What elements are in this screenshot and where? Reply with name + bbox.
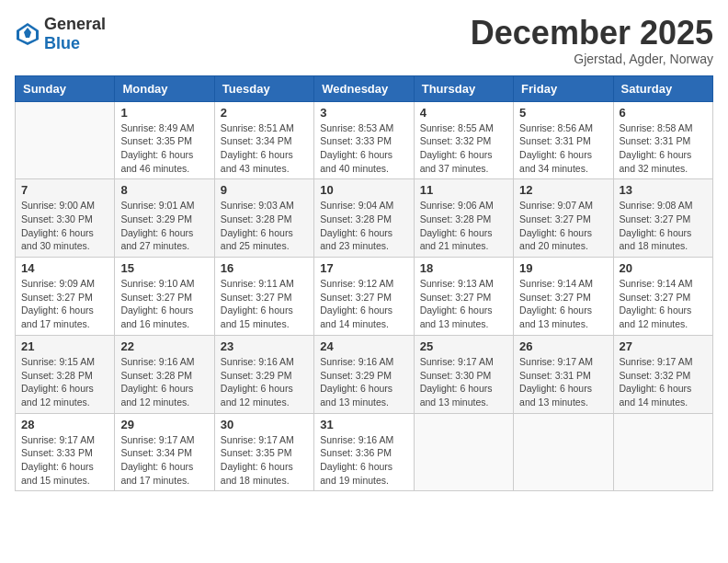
day-info: Sunrise: 9:17 AMSunset: 3:32 PMDaylight:… xyxy=(620,355,707,409)
day-info: Sunrise: 9:07 AMSunset: 3:27 PMDaylight:… xyxy=(519,199,607,253)
logo-icon xyxy=(15,21,40,47)
table-row: 18Sunrise: 9:13 AMSunset: 3:27 PMDayligh… xyxy=(414,258,513,336)
calendar-header-row: Sunday Monday Tuesday Wednesday Thursday… xyxy=(16,75,713,101)
day-number: 14 xyxy=(21,261,108,275)
col-tuesday: Tuesday xyxy=(214,75,313,101)
table-row: 4Sunrise: 8:55 AMSunset: 3:32 PMDaylight… xyxy=(414,101,513,179)
table-row: 22Sunrise: 9:16 AMSunset: 3:28 PMDayligh… xyxy=(115,335,214,413)
logo: General Blue xyxy=(15,15,106,53)
day-info: Sunrise: 8:58 AMSunset: 3:31 PMDaylight:… xyxy=(620,121,707,176)
logo-text: General Blue xyxy=(44,15,106,53)
day-info: Sunrise: 9:11 AMSunset: 3:27 PMDaylight:… xyxy=(221,277,308,331)
table-row: 12Sunrise: 9:07 AMSunset: 3:27 PMDayligh… xyxy=(514,179,613,258)
calendar-week-row: 14Sunrise: 9:09 AMSunset: 3:27 PMDayligh… xyxy=(16,258,713,336)
calendar-week-row: 21Sunrise: 9:15 AMSunset: 3:28 PMDayligh… xyxy=(16,335,713,413)
day-number: 18 xyxy=(420,261,507,275)
day-number: 12 xyxy=(519,183,607,197)
day-info: Sunrise: 9:17 AMSunset: 3:30 PMDaylight:… xyxy=(420,355,507,409)
day-info: Sunrise: 8:49 AMSunset: 3:35 PMDaylight:… xyxy=(120,121,208,176)
day-info: Sunrise: 9:12 AMSunset: 3:27 PMDaylight:… xyxy=(320,277,407,331)
table-row: 16Sunrise: 9:11 AMSunset: 3:27 PMDayligh… xyxy=(214,258,313,336)
page-header: General Blue December 2025 Gjerstad, Agd… xyxy=(15,15,713,66)
day-number: 30 xyxy=(221,418,308,431)
logo-general: General xyxy=(44,15,106,33)
day-info: Sunrise: 9:17 AMSunset: 3:31 PMDaylight:… xyxy=(519,355,607,409)
table-row: 9Sunrise: 9:03 AMSunset: 3:28 PMDaylight… xyxy=(214,179,313,258)
day-number: 22 xyxy=(120,339,208,353)
day-number: 8 xyxy=(120,183,208,197)
col-thursday: Thursday xyxy=(414,75,513,101)
table-row xyxy=(414,413,513,491)
day-number: 19 xyxy=(519,261,607,275)
day-number: 13 xyxy=(620,183,707,197)
col-saturday: Saturday xyxy=(613,75,712,101)
day-info: Sunrise: 8:56 AMSunset: 3:31 PMDaylight:… xyxy=(519,121,607,176)
day-number: 17 xyxy=(320,261,407,275)
day-number: 16 xyxy=(221,261,308,275)
day-info: Sunrise: 9:14 AMSunset: 3:27 PMDaylight:… xyxy=(620,277,707,331)
table-row: 25Sunrise: 9:17 AMSunset: 3:30 PMDayligh… xyxy=(414,335,513,413)
table-row: 8Sunrise: 9:01 AMSunset: 3:29 PMDaylight… xyxy=(115,179,214,258)
day-number: 5 xyxy=(519,106,607,120)
day-number: 3 xyxy=(320,106,407,120)
table-row: 11Sunrise: 9:06 AMSunset: 3:28 PMDayligh… xyxy=(414,179,513,258)
day-number: 2 xyxy=(221,106,308,120)
day-info: Sunrise: 9:14 AMSunset: 3:27 PMDaylight:… xyxy=(519,277,607,331)
day-info: Sunrise: 9:17 AMSunset: 3:34 PMDaylight:… xyxy=(120,433,208,488)
day-info: Sunrise: 9:09 AMSunset: 3:27 PMDaylight:… xyxy=(21,277,108,331)
day-info: Sunrise: 9:01 AMSunset: 3:29 PMDaylight:… xyxy=(120,199,208,253)
table-row: 6Sunrise: 8:58 AMSunset: 3:31 PMDaylight… xyxy=(613,101,712,179)
table-row: 20Sunrise: 9:14 AMSunset: 3:27 PMDayligh… xyxy=(613,258,712,336)
table-row: 3Sunrise: 8:53 AMSunset: 3:33 PMDaylight… xyxy=(314,101,414,179)
table-row xyxy=(16,101,115,179)
day-info: Sunrise: 9:15 AMSunset: 3:28 PMDaylight:… xyxy=(21,355,108,409)
month-title: December 2025 xyxy=(471,15,713,52)
table-row: 27Sunrise: 9:17 AMSunset: 3:32 PMDayligh… xyxy=(613,335,712,413)
table-row: 21Sunrise: 9:15 AMSunset: 3:28 PMDayligh… xyxy=(16,335,115,413)
calendar-table: Sunday Monday Tuesday Wednesday Thursday… xyxy=(15,75,713,492)
day-number: 11 xyxy=(420,183,507,197)
table-row: 15Sunrise: 9:10 AMSunset: 3:27 PMDayligh… xyxy=(115,258,214,336)
day-number: 26 xyxy=(519,339,607,353)
calendar-week-row: 28Sunrise: 9:17 AMSunset: 3:33 PMDayligh… xyxy=(16,413,713,491)
day-number: 23 xyxy=(221,339,308,353)
table-row: 26Sunrise: 9:17 AMSunset: 3:31 PMDayligh… xyxy=(514,335,613,413)
title-area: December 2025 Gjerstad, Agder, Norway xyxy=(471,15,713,66)
day-number: 27 xyxy=(620,339,707,353)
day-info: Sunrise: 9:16 AMSunset: 3:28 PMDaylight:… xyxy=(120,355,208,409)
logo-blue: Blue xyxy=(44,34,80,52)
day-number: 15 xyxy=(120,261,208,275)
table-row xyxy=(613,413,712,491)
table-row: 1Sunrise: 8:49 AMSunset: 3:35 PMDaylight… xyxy=(115,101,214,179)
day-info: Sunrise: 9:04 AMSunset: 3:28 PMDaylight:… xyxy=(320,199,407,253)
col-wednesday: Wednesday xyxy=(314,75,414,101)
day-number: 28 xyxy=(21,418,108,431)
day-info: Sunrise: 9:03 AMSunset: 3:28 PMDaylight:… xyxy=(221,199,308,253)
day-info: Sunrise: 9:10 AMSunset: 3:27 PMDaylight:… xyxy=(120,277,208,331)
day-info: Sunrise: 9:08 AMSunset: 3:27 PMDaylight:… xyxy=(620,199,707,253)
table-row: 14Sunrise: 9:09 AMSunset: 3:27 PMDayligh… xyxy=(16,258,115,336)
day-number: 1 xyxy=(120,106,208,120)
day-info: Sunrise: 9:06 AMSunset: 3:28 PMDaylight:… xyxy=(420,199,507,253)
day-info: Sunrise: 9:16 AMSunset: 3:36 PMDaylight:… xyxy=(320,433,407,488)
day-number: 21 xyxy=(21,339,108,353)
table-row: 29Sunrise: 9:17 AMSunset: 3:34 PMDayligh… xyxy=(115,413,214,491)
table-row: 5Sunrise: 8:56 AMSunset: 3:31 PMDaylight… xyxy=(514,101,613,179)
day-number: 25 xyxy=(420,339,507,353)
day-info: Sunrise: 8:55 AMSunset: 3:32 PMDaylight:… xyxy=(420,121,507,176)
table-row: 28Sunrise: 9:17 AMSunset: 3:33 PMDayligh… xyxy=(16,413,115,491)
table-row: 31Sunrise: 9:16 AMSunset: 3:36 PMDayligh… xyxy=(314,413,414,491)
day-info: Sunrise: 9:17 AMSunset: 3:35 PMDaylight:… xyxy=(221,433,308,488)
location-subtitle: Gjerstad, Agder, Norway xyxy=(471,52,713,66)
calendar-week-row: 1Sunrise: 8:49 AMSunset: 3:35 PMDaylight… xyxy=(16,101,713,179)
day-number: 24 xyxy=(320,339,407,353)
table-row: 24Sunrise: 9:16 AMSunset: 3:29 PMDayligh… xyxy=(314,335,414,413)
day-number: 31 xyxy=(320,418,407,431)
table-row: 10Sunrise: 9:04 AMSunset: 3:28 PMDayligh… xyxy=(314,179,414,258)
table-row xyxy=(514,413,613,491)
table-row: 13Sunrise: 9:08 AMSunset: 3:27 PMDayligh… xyxy=(613,179,712,258)
day-info: Sunrise: 9:00 AMSunset: 3:30 PMDaylight:… xyxy=(21,199,108,253)
calendar-week-row: 7Sunrise: 9:00 AMSunset: 3:30 PMDaylight… xyxy=(16,179,713,258)
day-info: Sunrise: 9:16 AMSunset: 3:29 PMDaylight:… xyxy=(221,355,308,409)
table-row: 2Sunrise: 8:51 AMSunset: 3:34 PMDaylight… xyxy=(214,101,313,179)
